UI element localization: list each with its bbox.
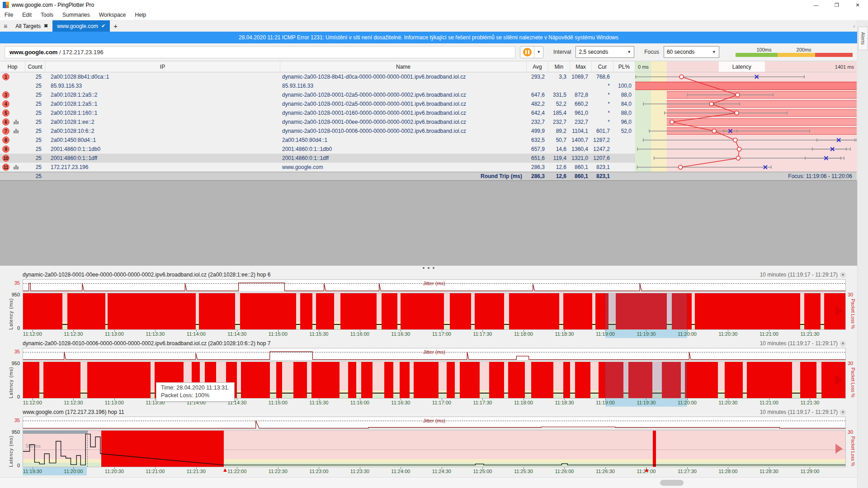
timeline-chart-icon	[14, 165, 19, 169]
cell-pl	[613, 145, 635, 154]
cell-ip: 2a00:1028:8b41:d0ca::1	[45, 72, 280, 81]
cell-pl: 88,0	[613, 108, 635, 117]
cell-avg: 647,6	[527, 90, 548, 99]
latency-axis-title: Latency (ms)	[9, 365, 14, 401]
cell-name: 85.93.116.33	[280, 81, 527, 90]
new-tab-button[interactable]: +	[110, 22, 121, 30]
latency-column-title: Latency	[719, 61, 765, 72]
jitter-strip[interactable]: Jitter (ms)	[23, 348, 846, 361]
focus-select[interactable]: 60 seconds ▼	[664, 46, 719, 58]
scrollbar-handle[interactable]	[660, 480, 684, 486]
latency-scale-min: 0 ms	[638, 64, 649, 70]
time-tick-label: 11:21:30	[800, 400, 819, 405]
graph-range-select[interactable]: 10 minutes (11:19:17 - 11:29:17)▼	[760, 272, 846, 278]
col-pl[interactable]: PL%	[613, 61, 635, 72]
time-tick-label: 11:28:00	[718, 469, 737, 474]
latency-scale-max: 1401 ms	[835, 64, 854, 70]
cell-avg: 651,6	[527, 154, 548, 163]
tab-www-google-com[interactable]: www.google.com ✔	[52, 20, 110, 32]
jitter-strip[interactable]: Jitter (ms)	[23, 417, 846, 429]
interval-value: 2,5 seconds	[579, 49, 608, 55]
time-tick-label: 11:22:30	[269, 469, 288, 474]
focus-selection-box	[605, 362, 687, 398]
round-trip-cur: 823,1	[592, 172, 613, 180]
graph-range-select[interactable]: 10 minutes (11:19:17 - 11:29:17)▼	[760, 340, 846, 347]
hamburger-icon[interactable]: ≡	[0, 23, 11, 30]
pause-dropdown-button[interactable]: ▼	[534, 47, 543, 58]
menu-file[interactable]: File	[0, 10, 18, 20]
time-tick-label: 11:12:00	[23, 331, 42, 337]
time-tick-label: 11:21:30	[187, 469, 206, 474]
packet-loss-axis-title: Packet Loss %	[850, 296, 855, 332]
menu-tools[interactable]: Tools	[36, 10, 58, 20]
graph-title: dynamic-2a00-1028-0001-00ee-0000-0000-00…	[23, 272, 270, 278]
minimize-button[interactable]: —	[806, 0, 826, 10]
time-tick-label: 11:14:00	[187, 331, 206, 337]
time-tick-label: 11:19:30	[23, 469, 42, 474]
round-trip-row: 25 Round Trip (ms) 286,3 12,6 860,1 823,…	[0, 172, 857, 181]
cell-ip: 2a00:1028:1:2a5::2	[45, 90, 280, 99]
time-axis: 11:19:3011:20:0011:20:3011:21:0011:21:30…	[23, 467, 846, 475]
tab-all-targets[interactable]: All Targets ✖	[11, 20, 52, 32]
tab-all-targets-label: All Targets	[15, 23, 41, 29]
graph-range-select[interactable]: 10 minutes (11:19:17 - 11:29:17)▼	[760, 409, 846, 415]
cell-pl: 88,0	[613, 90, 635, 99]
cell-count: 25	[25, 163, 45, 172]
time-tick-label: 11:13:30	[146, 331, 165, 337]
cell-pl	[613, 163, 635, 172]
latency-min-label: 0	[17, 463, 20, 468]
cell-ip: 2a00:1028:1:160::1	[45, 108, 280, 117]
jitter-max-label: 35	[14, 418, 20, 423]
cell-min: 50,7	[548, 136, 570, 145]
latency-axis-title: Latency (ms)	[9, 433, 14, 469]
col-ip[interactable]: IP	[45, 61, 280, 72]
col-max[interactable]: Max	[570, 61, 592, 72]
target-address-box[interactable]: www.google.com / 172.217.23.196	[5, 46, 515, 58]
cell-avg: 293,2	[527, 72, 548, 81]
col-count[interactable]: Count	[25, 61, 45, 72]
graph-tooltip: Time: 28.04.2020 11:13:31. Packet Loss: …	[156, 382, 235, 402]
time-tick-label: 11:26:30	[596, 469, 615, 474]
latency-strip[interactable]	[23, 293, 846, 330]
menu-summaries[interactable]: Summaries	[58, 10, 94, 20]
trace-table: Hop Count IP Name Avg Min Max Cur PL% 0 …	[0, 61, 857, 181]
chevron-down-icon: ▼	[627, 50, 631, 54]
jitter-max-label: 35	[14, 349, 20, 354]
time-tick-label: 11:20:00	[64, 469, 83, 474]
tab-close-icon[interactable]: ✖	[44, 23, 48, 29]
cell-name: 2a00:1450:80d4::1	[280, 136, 527, 145]
tooltip-time: Time: 28.04.2020 11:13:31.	[161, 384, 230, 392]
horizontal-scrollbar[interactable]	[0, 477, 857, 488]
cell-max: 1360,4	[570, 145, 592, 154]
round-trip-max: 860,1	[570, 172, 592, 180]
tab-scroll-left-icon[interactable]: ‹	[853, 23, 855, 29]
round-trip-min: 12,6	[548, 172, 570, 180]
cell-max: 1069,7	[570, 72, 592, 81]
close-button[interactable]: ✕	[847, 0, 868, 10]
time-axis: 11:12:0011:12:3011:13:0011:13:3011:14:00…	[23, 399, 846, 407]
latency-strip[interactable]: 500 ms	[23, 430, 846, 467]
alerts-side-tab[interactable]: Alerts	[858, 27, 868, 50]
menu-edit[interactable]: Edit	[18, 10, 36, 20]
menu-help[interactable]: Help	[131, 10, 151, 20]
cell-max: 1321,0	[570, 154, 592, 163]
col-min[interactable]: Min	[548, 61, 570, 72]
jitter-strip[interactable]: Jitter (ms)	[23, 279, 846, 292]
col-avg[interactable]: Avg	[527, 61, 548, 72]
interval-select[interactable]: 2,5 seconds ▼	[576, 46, 634, 58]
cell-name: 2001:4860:0:1::1dff	[280, 154, 527, 163]
pause-button[interactable]	[520, 47, 534, 58]
focus-value: 60 seconds	[667, 49, 694, 55]
menu-workspace[interactable]: Workspace	[94, 10, 131, 20]
col-hop[interactable]: Hop	[0, 61, 25, 72]
cell-name: dynamic-2a00-1028-8b41-d0ca-0000-0000-00…	[280, 72, 527, 81]
pane-splitter-handle[interactable]	[0, 266, 857, 270]
maximize-button[interactable]: ❐	[826, 0, 847, 10]
col-name[interactable]: Name	[280, 61, 527, 72]
latency-strip[interactable]	[23, 361, 846, 399]
cell-min: 12,6	[548, 163, 570, 172]
cell-count: 25	[25, 99, 45, 108]
cell-cur: 601,7	[592, 127, 613, 136]
cell-min: 185,4	[548, 108, 570, 117]
col-cur[interactable]: Cur	[592, 61, 613, 72]
